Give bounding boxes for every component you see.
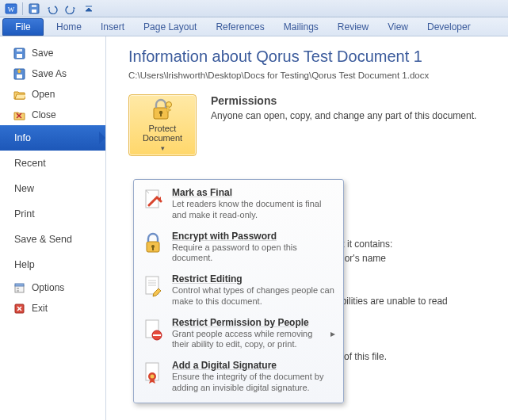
qat-customize-button[interactable]: [80, 2, 97, 16]
sidebar-open-label: Open: [32, 89, 55, 100]
permissions-section: Protect Document ▾ Permissions Anyone ca…: [128, 94, 494, 156]
permissions-description: Anyone can open, copy, and change any pa…: [211, 110, 476, 121]
sidebar-new-label: New: [14, 183, 34, 194]
open-icon: [13, 88, 25, 101]
sidebar-info-label: Info: [14, 132, 31, 143]
sidebar-save-send[interactable]: Save & Send: [0, 227, 105, 252]
document-path: C:\Users\lrishworth\Desktop\Docs for Tes…: [128, 71, 494, 80]
protect-document-label: Protect Document: [132, 124, 193, 143]
options-icon: [13, 281, 25, 294]
svg-rect-35: [153, 334, 161, 336]
menu-encrypt-password[interactable]: Encrypt with Password Require a password…: [136, 227, 342, 270]
sidebar-options-label: Options: [32, 282, 64, 293]
qat-undo-button[interactable]: [44, 2, 61, 16]
menu-item-desc: Grant people access while removing their…: [172, 329, 323, 351]
sidebar-recent[interactable]: Recent: [0, 151, 105, 176]
sidebar-info[interactable]: Info: [0, 125, 105, 151]
save-as-icon: [13, 67, 25, 80]
svg-rect-21: [160, 113, 162, 116]
tab-references[interactable]: References: [206, 17, 273, 36]
menu-item-title: Encrypt with Password: [172, 231, 335, 242]
sidebar-exit[interactable]: Exit: [0, 298, 105, 319]
qat-redo-button[interactable]: [62, 2, 79, 16]
svg-rect-7: [17, 49, 22, 52]
protect-document-menu: Mark as Final Let readers know the docum…: [133, 179, 344, 403]
svg-rect-6: [17, 54, 22, 58]
menu-digital-signature[interactable]: Add a Digital Signature Ensure the integ…: [136, 356, 342, 399]
submenu-arrow-icon: ▸: [330, 328, 335, 339]
backstage-sidebar: Save Save As Open Close Info Recent New …: [0, 36, 106, 420]
menu-restrict-permission[interactable]: Restrict Permission by People Grant peop…: [136, 313, 342, 357]
close-icon: [13, 109, 25, 121]
svg-rect-24: [169, 109, 171, 111]
protect-document-button[interactable]: Protect Document ▾: [128, 94, 197, 156]
svg-rect-4: [32, 5, 36, 7]
file-tab[interactable]: File: [2, 18, 44, 36]
dropdown-indicator-icon: ▾: [161, 144, 165, 152]
tab-view[interactable]: View: [378, 17, 418, 36]
sidebar-save-as-label: Save As: [32, 68, 67, 79]
tab-mailings[interactable]: Mailings: [274, 17, 328, 36]
sidebar-save[interactable]: Save: [0, 43, 105, 63]
save-icon: [13, 47, 25, 59]
tab-home[interactable]: Home: [47, 17, 91, 36]
svg-point-38: [151, 375, 155, 379]
bg-text-fragment: sabilities are unable to read: [331, 296, 448, 307]
permissions-text-block: Permissions Anyone can open, copy, and c…: [211, 94, 476, 121]
sidebar-print-label: Print: [14, 208, 35, 220]
sidebar-options[interactable]: Options: [0, 277, 105, 298]
file-tab-label: File: [15, 21, 30, 32]
permissions-heading: Permissions: [211, 94, 476, 107]
svg-rect-15: [17, 290, 19, 292]
svg-rect-23: [167, 106, 169, 112]
menu-mark-as-final[interactable]: Mark as Final Let readers know the docum…: [136, 183, 342, 227]
svg-text:W: W: [8, 6, 15, 13]
menu-item-title: Add a Digital Signature: [172, 360, 335, 371]
sidebar-new[interactable]: New: [0, 176, 105, 201]
svg-rect-13: [15, 284, 24, 286]
ribbon-tabs: File Home Insert Page Layout References …: [0, 17, 508, 36]
sidebar-open[interactable]: Open: [0, 84, 105, 105]
sidebar-recent-label: Recent: [14, 158, 46, 169]
page-title: Information about Qorus Test Document 1: [128, 48, 494, 66]
tab-review[interactable]: Review: [328, 17, 378, 36]
word-app-icon[interactable]: W: [2, 2, 20, 16]
menu-item-desc: Ensure the integrity of the document by …: [172, 372, 335, 394]
exit-icon: [13, 302, 25, 315]
sidebar-close[interactable]: Close: [0, 105, 105, 125]
menu-item-title: Restrict Editing: [172, 273, 335, 284]
lock-key-icon: [149, 98, 176, 122]
sidebar-save-label: Save: [32, 48, 53, 59]
svg-rect-9: [17, 74, 22, 78]
restrict-editing-icon: [142, 273, 164, 299]
tab-developer[interactable]: Developer: [418, 17, 480, 36]
restrict-permission-icon: [142, 317, 164, 342]
qat-save-button[interactable]: [25, 2, 43, 16]
svg-rect-3: [32, 10, 36, 13]
menu-item-desc: Require a password to open this document…: [172, 242, 335, 265]
quick-access-toolbar: W: [0, 0, 508, 17]
tab-insert[interactable]: Insert: [91, 17, 134, 36]
sidebar-help-label: Help: [14, 259, 35, 270]
menu-item-title: Restrict Permission by People: [172, 317, 323, 328]
tab-page-layout[interactable]: Page Layout: [134, 17, 206, 36]
sidebar-help[interactable]: Help: [0, 252, 105, 277]
menu-restrict-editing[interactable]: Restrict Editing Control what types of c…: [136, 269, 342, 313]
sidebar-close-label: Close: [32, 109, 56, 120]
encrypt-icon: [142, 231, 164, 256]
svg-rect-14: [17, 288, 19, 289]
mark-final-icon: [142, 187, 164, 212]
menu-item-title: Mark as Final: [172, 187, 335, 198]
sidebar-print[interactable]: Print: [0, 201, 105, 227]
sidebar-exit-label: Exit: [32, 303, 48, 314]
signature-icon: [142, 360, 164, 385]
sidebar-save-as[interactable]: Save As: [0, 63, 105, 84]
menu-item-desc: Control what types of changes people can…: [172, 285, 335, 307]
sidebar-save-send-label: Save & Send: [14, 234, 72, 245]
menu-item-desc: Let readers know the document is final a…: [172, 199, 335, 221]
svg-rect-28: [152, 247, 154, 250]
